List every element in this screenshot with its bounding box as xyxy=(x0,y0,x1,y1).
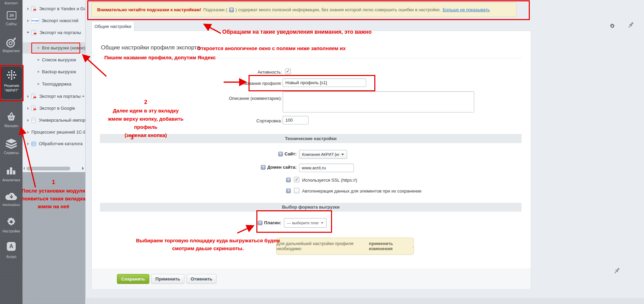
profile-name-label: Название профиля: xyxy=(204,81,282,86)
plugin-select[interactable]: --- выберите плагин --- xyxy=(284,218,327,228)
sites-icon[interactable]: 24 xyxy=(7,11,16,19)
annotation-step1-line3: жмем на неё xyxy=(18,202,89,210)
bullet-icon xyxy=(38,47,39,49)
menu-item-all-uploads-new[interactable]: Все выгрузки (новое) xyxy=(23,42,85,54)
annotation-note-plugin-line1: Выбираем торговую площадку куда выгружат… xyxy=(113,237,303,244)
help-icon xyxy=(229,7,234,12)
help-icon[interactable] xyxy=(278,152,283,156)
sidebar-item-content[interactable]: Контент xyxy=(0,1,23,5)
analytics-bars-icon[interactable] xyxy=(6,166,16,176)
help-icon[interactable] xyxy=(261,165,266,170)
sort-input[interactable] xyxy=(283,116,309,124)
menu-item-export-news[interactable]: Google Экспорт новостей xyxy=(23,15,85,26)
domain-label-row: Домен сайта: xyxy=(205,165,297,170)
shop-basket-icon[interactable] xyxy=(6,112,17,122)
domain-input[interactable] xyxy=(299,164,354,172)
page-bottom-strip xyxy=(85,298,644,304)
format-section-header: Выбор формата выгрузки xyxy=(100,203,522,212)
activity-checkbox[interactable] xyxy=(285,69,291,74)
sidebar-item-aspro[interactable]: Аспро xyxy=(0,255,23,259)
expand-arrow-icon xyxy=(27,107,29,110)
description-textarea[interactable] xyxy=(283,91,474,112)
plugin-label: Плагин: xyxy=(264,220,281,225)
annotation-note-top: Обращаем на такие уведомления внимания, … xyxy=(222,29,372,35)
tab-general-settings[interactable]: Общие настройки xyxy=(91,21,134,31)
site-label-row: Сайт: xyxy=(205,151,297,156)
export-doc-icon xyxy=(31,6,37,12)
marketplace-cloud-icon[interactable] xyxy=(5,192,18,201)
site-label: Сайт: xyxy=(285,151,297,156)
annotation-note-profile-name: Пишем название профиля, допутим Яндекс xyxy=(104,55,216,60)
sidebar-item-acrit-label-1: Решения xyxy=(2,83,21,88)
help-icon[interactable] xyxy=(258,221,263,225)
sidebar-item-shop[interactable]: Магазин xyxy=(0,124,23,128)
acrit-logo-icon xyxy=(6,70,17,80)
save-button[interactable]: Сохранить xyxy=(117,274,149,284)
expand-arrow-icon xyxy=(27,7,29,10)
bullet-icon xyxy=(38,71,39,73)
domain-label: Домен сайта: xyxy=(267,165,297,170)
annotation-note-plugin-line2: смотрим даьше скриншоты. xyxy=(113,244,303,252)
export-doc-icon xyxy=(31,106,37,111)
site-select-value: Компания АКРИТ [www.acrit.ru] xyxy=(302,152,339,156)
marketing-target-icon[interactable] xyxy=(6,37,17,48)
menu-item-backup-uploads[interactable]: Backup выгрузок xyxy=(23,66,85,77)
cancel-button[interactable]: Отменить xyxy=(186,274,216,284)
pin-icon-bottom[interactable] xyxy=(613,267,621,277)
annotation-step3-number: 3 xyxy=(131,135,134,141)
sidebar-item-settings[interactable]: Настройки xyxy=(0,229,23,233)
menu-item-export-portals-api[interactable]: Экспорт на порталы + API xyxy=(23,91,85,102)
ssl-checkbox[interactable] xyxy=(294,177,299,182)
help-icon[interactable] xyxy=(286,178,291,182)
bullet-icon xyxy=(38,83,39,85)
menu-item-export-yandex-google[interactable]: Экспорт в Yandex и Google xyxy=(23,3,85,14)
main-sidebar: Контент 24 Сайты Маркетинг Решения "АКРИ… xyxy=(0,0,23,304)
expand-arrow-icon xyxy=(27,142,29,145)
plugin-label-row: Плагин: xyxy=(205,220,281,225)
sidebar-item-sites[interactable]: Сайты xyxy=(0,22,23,26)
expand-arrow-icon xyxy=(27,131,29,134)
scroll-right-arrow-icon[interactable] xyxy=(82,167,84,170)
menu-item-catalog-handler[interactable]: Обработчик каталога xyxy=(23,138,85,149)
menu-item-support[interactable]: Техподдержка xyxy=(23,79,85,89)
form-settings-gear-icon[interactable] xyxy=(609,23,615,31)
document-icon xyxy=(31,118,36,123)
scrollbar-thumb[interactable] xyxy=(27,167,70,170)
annotation-step1-line2: появиться такая вкладка xyxy=(18,195,89,202)
notice-bold-text: применить изменения xyxy=(369,241,412,251)
admin-page: Контент 24 Сайты Маркетинг Решения "АКРИ… xyxy=(0,0,644,304)
pin-icon[interactable] xyxy=(627,21,635,31)
annotation-note-title: Откроется анологичное окно с полями ниже… xyxy=(197,45,346,51)
annotation-step2-line1: Далее идем в эту вкладку xyxy=(97,107,194,115)
menu-item-export-portals[interactable]: Экспорт на порталы xyxy=(23,27,85,38)
google-icon: Google xyxy=(31,18,39,24)
annotation-step2-line3: (зеленая кнопка) xyxy=(97,131,194,139)
dismiss-notifications-link[interactable]: Больше не показывать xyxy=(443,7,490,12)
sidebar-item-services[interactable]: Сервисы xyxy=(0,151,23,155)
sidebar-item-acrit-label-2: "АКРИТ" xyxy=(2,88,21,92)
profile-name-input[interactable] xyxy=(283,78,366,87)
aspro-icon[interactable]: A xyxy=(7,242,16,251)
menu-item-export-google[interactable]: Экспорт в Google xyxy=(23,103,85,113)
apply-button[interactable]: Применить xyxy=(151,274,184,284)
site-select[interactable]: Компания АКРИТ [www.acrit.ru] xyxy=(299,150,347,159)
annotation-step1: 1 После установки модуля появиться такая… xyxy=(18,178,89,210)
settings-gear-icon[interactable] xyxy=(6,217,17,228)
help-icon[interactable] xyxy=(286,188,291,193)
catalog-icon xyxy=(31,141,36,147)
menu-item-universal-import[interactable]: Универсальный импорт xyxy=(23,115,85,125)
services-layers-icon[interactable] xyxy=(5,138,17,149)
scroll-left-arrow-icon[interactable] xyxy=(23,167,25,170)
bullet-icon xyxy=(38,59,39,61)
sort-label: Сортировка: xyxy=(204,118,282,123)
sidebar-item-acrit-solutions[interactable]: Решения "АКРИТ" xyxy=(1,67,22,99)
chevron-down-icon xyxy=(341,154,344,155)
menu-item-uploads-list[interactable]: Список выгрузок xyxy=(23,55,85,65)
autogen-checkbox[interactable] xyxy=(294,188,299,193)
expand-arrow-icon xyxy=(27,119,29,122)
sidebar-item-marketing[interactable]: Маркетинг xyxy=(0,49,23,53)
menu-item-processing-1c[interactable]: Процессинг решений 1С-Битр xyxy=(23,127,85,137)
export-doc-icon xyxy=(31,30,37,35)
ssl-label: Используется SSL (https://) xyxy=(302,178,357,183)
hint-notification-bar: Внимательно читайте подсказки к настройк… xyxy=(91,2,516,17)
